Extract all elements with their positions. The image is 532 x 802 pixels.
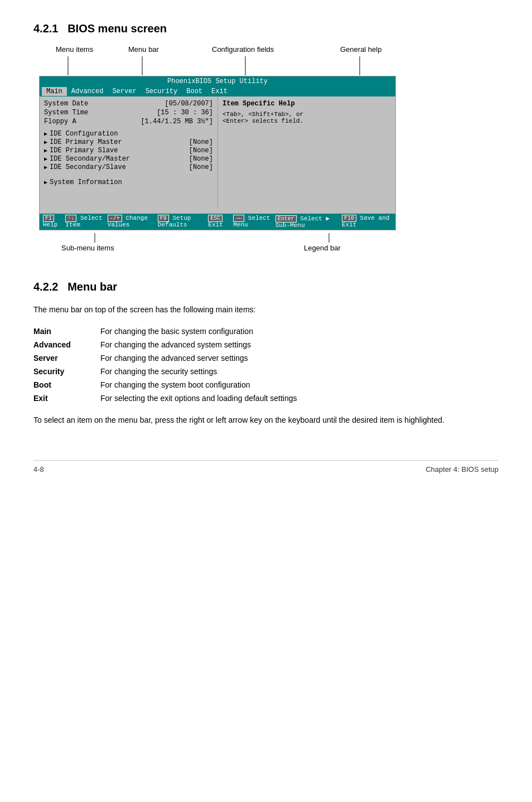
menu-item-desc-security: For changing the security settings (100, 365, 499, 378)
table-row: Server For changing the advanced server … (33, 351, 499, 365)
section-421-title: 4.2.1 BIOS menu screen (33, 22, 499, 35)
menu-item-name-boot: Boot (33, 378, 100, 392)
label-menu-bar: Menu bar (128, 45, 159, 54)
bios-menu-advanced[interactable]: Advanced (67, 87, 108, 96)
bios-val-floppy: [1.44/1.25 MB 3½"] (141, 118, 213, 125)
bios-submenu-ide-config[interactable]: ▶ IDE Configuration (44, 130, 213, 138)
bios-submenu-ide-primary-master[interactable]: ▶ IDE Primary Master [None] (44, 138, 213, 146)
bottom-connector-lines (39, 233, 396, 244)
menu-items-table: Main For changing the basic system confi… (33, 325, 499, 405)
label-menu-items: Menu items (56, 45, 93, 54)
legend-f1: F1 Help (43, 215, 65, 229)
bios-menubar: Main Advanced Server Security Boot Exit (40, 86, 395, 96)
arrow-icon: ▶ (44, 139, 47, 146)
menu-item-name-server: Server (33, 351, 100, 365)
bios-menu-boot[interactable]: Boot (182, 87, 207, 96)
label-legend-bar: Legend bar (304, 244, 341, 252)
menu-item-name-security: Security (33, 365, 100, 378)
arrow-icon: ▶ (44, 131, 47, 137)
bios-row-floppy: Floppy A [1.44/1.25 MB 3½"] (44, 118, 213, 125)
menu-item-desc-advanced: For changing the advanced system setting… (100, 338, 499, 351)
bios-content: System Date [05/08/2007] System Time [15… (40, 96, 395, 208)
legend-f9: F9 Setup Defaults (158, 215, 209, 229)
menu-item-desc-exit: For selecting the exit options and loadi… (100, 392, 499, 405)
bios-menu-security[interactable]: Security (141, 87, 182, 96)
table-row: Exit For selecting the exit options and … (33, 392, 499, 405)
table-row: Main For changing the basic system confi… (33, 325, 499, 338)
menu-item-name-advanced: Advanced (33, 338, 100, 351)
bios-row-system-time: System Time [15 : 30 : 36] (44, 109, 213, 117)
bios-row-system-date: System Date [05/08/2007] (44, 100, 213, 108)
section-421: 4.2.1 BIOS menu screen Menu items Menu b… (33, 22, 499, 260)
bios-left-panel: System Date [05/08/2007] System Time [15… (40, 96, 218, 208)
bios-help-text: <Tab>, <Shift+Tab>, or <Enter> selects f… (223, 111, 391, 124)
menu-item-desc-boot: For changing the system boot configurati… (100, 378, 499, 392)
arrow-icon: ▶ (44, 179, 47, 186)
arrow-icon: ▶ (44, 156, 47, 162)
legend-enter: Enter Select ▶ Sub-Menu (275, 215, 342, 229)
legend-updown: ↑↓ Select Item (65, 215, 107, 229)
bios-val-system-date: [05/08/2007] (165, 100, 213, 108)
arrow-icon: ▶ (44, 164, 47, 171)
bios-screen: PhoenixBIOS Setup Utility Main Advanced … (39, 76, 396, 230)
bios-key-system-date: System Date (44, 100, 88, 108)
footer: 4-8 Chapter 4: BIOS setup (33, 460, 499, 474)
bios-help-title: Item Specific Help (223, 100, 391, 108)
bios-legend-bar: F1 Help ↑↓ Select Item -/+ Change Values… (40, 214, 395, 230)
footer-page: 4-8 (33, 465, 44, 474)
bios-submenu-ide-secondary-slave[interactable]: ▶ IDE Secondary/Slave [None] (44, 163, 213, 171)
label-general-help: General help (340, 45, 381, 54)
bios-right-panel: Item Specific Help <Tab>, <Shift+Tab>, o… (218, 96, 395, 208)
menu-item-name-exit: Exit (33, 392, 100, 405)
arrow-icon: ▶ (44, 147, 47, 154)
bios-menu-exit[interactable]: Exit (207, 87, 232, 96)
menu-item-desc-server: For changing the advanced server setting… (100, 351, 499, 365)
legend-f10: F10 Save and Exit (342, 215, 392, 229)
table-row: Boot For changing the system boot config… (33, 378, 499, 392)
bios-submenu-ide-primary-slave[interactable]: ▶ IDE Primary Slave [None] (44, 147, 213, 154)
legend-esc: ESC Exit (208, 215, 233, 229)
menu-item-name-main: Main (33, 325, 100, 338)
footer-chapter: Chapter 4: BIOS setup (425, 465, 499, 474)
navigation-note: To select an item on the menu bar, press… (33, 414, 499, 426)
section-422-title: 4.2.2 Menu bar (33, 281, 499, 293)
section-422: 4.2.2 Menu bar The menu bar on top of th… (33, 281, 499, 427)
bios-key-system-time: System Time (44, 109, 88, 117)
connector-lines (39, 55, 429, 75)
legend-leftright: →← Select Menu (233, 215, 275, 229)
legend-plusminus: -/+ Change Values (108, 215, 158, 229)
label-sub-menu-items: Sub-menu items (61, 244, 114, 252)
bios-submenu-system-info[interactable]: ▶ System Information (44, 178, 213, 186)
label-config-fields: Configuration fields (212, 45, 274, 54)
table-row: Advanced For changing the advanced syste… (33, 338, 499, 351)
table-row: Security For changing the security setti… (33, 365, 499, 378)
menu-bar-description: The menu bar on top of the screen has th… (33, 303, 499, 316)
bios-menu-main[interactable]: Main (42, 87, 67, 96)
bios-submenu-ide-secondary-master[interactable]: ▶ IDE Secondary/Master [None] (44, 155, 213, 163)
bios-val-system-time: [15 : 30 : 36] (157, 109, 213, 117)
bios-menu-server[interactable]: Server (108, 87, 141, 96)
bios-key-floppy: Floppy A (44, 118, 76, 125)
bios-titlebar: PhoenixBIOS Setup Utility (40, 76, 395, 86)
menu-item-desc-main: For changing the basic system configurat… (100, 325, 499, 338)
